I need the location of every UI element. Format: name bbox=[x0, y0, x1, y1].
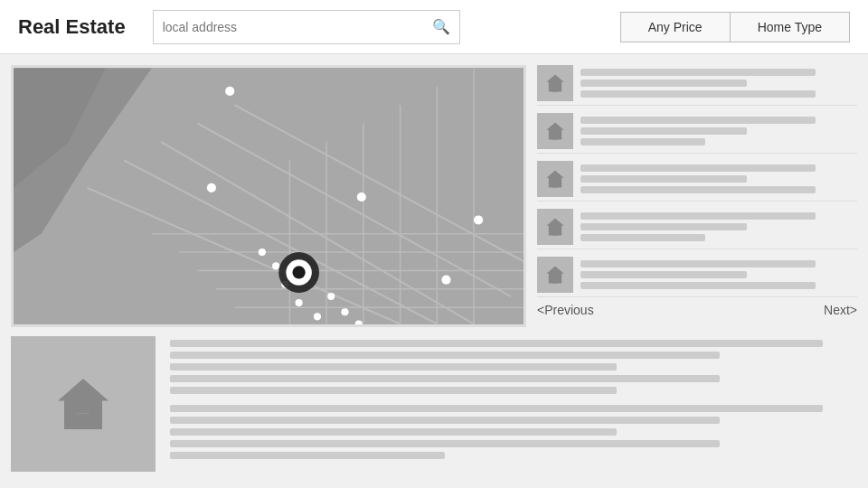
svg-rect-46 bbox=[77, 414, 90, 430]
detail-text-line bbox=[170, 428, 617, 436]
detail-text-line bbox=[170, 352, 720, 359]
listing-lines bbox=[580, 164, 857, 193]
detail-text-line bbox=[170, 375, 720, 382]
top-section: <Previous Next> bbox=[0, 54, 868, 325]
listing-lines bbox=[580, 69, 857, 98]
detail-thumbnail bbox=[11, 336, 156, 472]
svg-point-20 bbox=[207, 183, 216, 192]
listing-item[interactable] bbox=[537, 253, 857, 297]
listing-text-line bbox=[580, 260, 816, 267]
listing-lines bbox=[580, 212, 857, 241]
detail-text-line bbox=[170, 440, 720, 447]
svg-point-22 bbox=[474, 215, 483, 224]
listing-lines bbox=[580, 260, 857, 289]
pagination: <Previous Next> bbox=[537, 297, 857, 323]
filter-buttons: Any Price Home Type bbox=[620, 12, 850, 42]
detail-text-line bbox=[170, 452, 445, 459]
listing-text-line bbox=[580, 212, 816, 220]
search-input[interactable] bbox=[163, 20, 432, 34]
svg-rect-36 bbox=[552, 86, 558, 92]
listing-thumbnail bbox=[537, 113, 573, 149]
home-icon-large bbox=[52, 372, 115, 436]
svg-rect-44 bbox=[552, 277, 558, 284]
listings-panel: <Previous Next> bbox=[526, 54, 868, 325]
listing-text-line bbox=[580, 138, 705, 145]
listing-text-line bbox=[580, 282, 816, 289]
listing-thumbnail bbox=[537, 209, 573, 245]
svg-point-34 bbox=[292, 266, 305, 278]
listing-text-line bbox=[580, 271, 747, 278]
listing-text-line bbox=[580, 186, 816, 193]
listing-item[interactable] bbox=[537, 61, 857, 106]
svg-point-28 bbox=[314, 313, 321, 320]
detail-text-line bbox=[170, 363, 617, 371]
svg-point-21 bbox=[357, 192, 366, 202]
listing-text-line bbox=[580, 69, 816, 76]
detail-text-line bbox=[170, 387, 617, 394]
home-type-filter-button[interactable]: Home Type bbox=[730, 12, 850, 42]
detail-lines-group-top bbox=[170, 340, 857, 394]
svg-rect-40 bbox=[552, 182, 558, 188]
listing-text-line bbox=[580, 175, 747, 183]
svg-point-23 bbox=[441, 276, 450, 285]
listing-thumbnail bbox=[537, 257, 573, 293]
svg-point-29 bbox=[327, 293, 335, 300]
price-filter-button[interactable]: Any Price bbox=[620, 12, 730, 42]
svg-point-25 bbox=[272, 262, 279, 269]
svg-rect-42 bbox=[552, 230, 558, 236]
listing-item[interactable] bbox=[537, 109, 857, 154]
detail-text-line bbox=[170, 417, 720, 424]
svg-point-27 bbox=[296, 299, 303, 306]
listing-item[interactable] bbox=[537, 205, 857, 249]
listing-thumbnail bbox=[537, 161, 573, 197]
listing-thumbnail bbox=[537, 65, 573, 101]
listing-text-line bbox=[580, 164, 816, 172]
map-container[interactable] bbox=[11, 65, 526, 327]
next-button[interactable]: Next> bbox=[824, 303, 857, 317]
search-icon: 🔍 bbox=[432, 19, 450, 34]
listing-text-line bbox=[580, 80, 747, 87]
listing-text-line bbox=[580, 127, 747, 135]
svg-point-24 bbox=[259, 249, 266, 256]
header: Real Estate 🔍 Any Price Home Type bbox=[0, 0, 868, 54]
detail-text-line bbox=[170, 340, 823, 347]
listings-list bbox=[537, 61, 857, 297]
app-title: Real Estate bbox=[18, 15, 126, 39]
listing-lines bbox=[580, 117, 857, 145]
detail-text-line bbox=[170, 405, 823, 412]
detail-lines-group-bottom bbox=[170, 405, 857, 459]
listing-text-line bbox=[580, 223, 747, 230]
listing-item[interactable] bbox=[537, 157, 857, 202]
main-content: <Previous Next> bbox=[0, 54, 868, 488]
svg-rect-38 bbox=[552, 134, 558, 140]
svg-point-19 bbox=[225, 87, 234, 96]
svg-point-30 bbox=[341, 308, 348, 315]
detail-content bbox=[170, 336, 857, 488]
bottom-section bbox=[0, 325, 868, 488]
search-button[interactable]: 🔍 bbox=[432, 18, 450, 35]
previous-button[interactable]: <Previous bbox=[537, 303, 594, 317]
listing-text-line bbox=[580, 90, 816, 98]
listing-text-line bbox=[580, 117, 816, 124]
map-svg bbox=[14, 68, 524, 324]
listing-text-line bbox=[580, 234, 705, 241]
search-bar: 🔍 bbox=[153, 10, 460, 44]
